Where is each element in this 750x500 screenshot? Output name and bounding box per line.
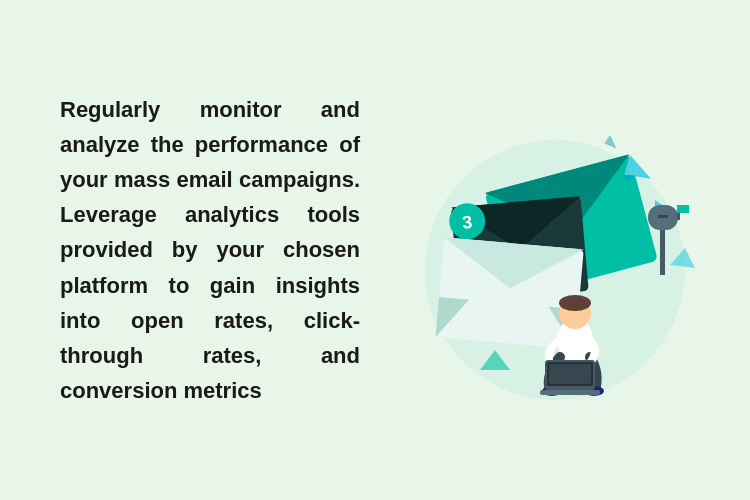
illustration-section: @ 3 [380, 60, 700, 440]
main-text: Regularly monitor and analyze the perfor… [60, 92, 360, 409]
svg-rect-16 [660, 225, 665, 275]
svg-rect-29 [540, 390, 600, 395]
svg-point-23 [559, 295, 591, 311]
svg-text:3: 3 [461, 212, 473, 233]
text-section: Regularly monitor and analyze the perfor… [60, 92, 360, 409]
card: Regularly monitor and analyze the perfor… [20, 20, 730, 480]
email-analytics-illustration: @ 3 [380, 90, 700, 410]
svg-marker-15 [603, 135, 620, 152]
svg-rect-28 [549, 364, 591, 384]
svg-rect-20 [677, 205, 689, 213]
svg-rect-18 [658, 215, 668, 218]
